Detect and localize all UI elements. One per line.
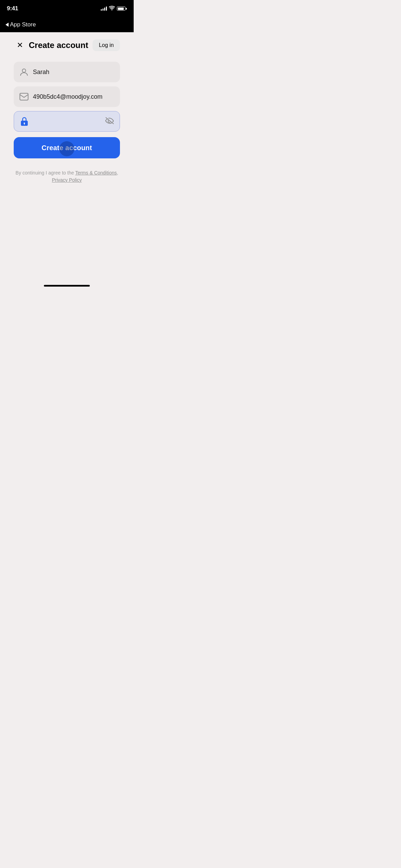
wifi-icon xyxy=(109,6,115,11)
login-button[interactable]: Log in xyxy=(93,39,120,51)
status-bar: 9:41 xyxy=(0,0,134,17)
legal-text: By continuing I agree to the Terms & Con… xyxy=(7,165,127,184)
nav-bar: App Store xyxy=(0,17,134,32)
create-account-header: ✕ Create account Log in xyxy=(7,32,127,51)
signal-icon xyxy=(101,7,107,11)
status-time: 9:41 xyxy=(7,5,18,12)
password-field[interactable] xyxy=(14,111,120,132)
privacy-link[interactable]: Privacy Policy xyxy=(52,177,82,183)
terms-link[interactable]: Terms & Conditions xyxy=(75,170,117,176)
home-indicator xyxy=(44,285,90,287)
battery-icon xyxy=(117,7,127,11)
close-button[interactable]: ✕ xyxy=(14,39,26,51)
form-area: Sarah 490b5dc4@moodjoy.com xyxy=(7,51,127,165)
create-account-button[interactable]: Create account xyxy=(14,137,120,158)
person-icon xyxy=(19,67,29,77)
button-ripple xyxy=(59,141,74,156)
email-field[interactable]: 490b5dc4@moodjoy.com xyxy=(14,86,120,107)
status-icons xyxy=(101,6,127,11)
back-chevron-icon xyxy=(5,23,9,27)
name-value: Sarah xyxy=(33,69,114,76)
email-value: 490b5dc4@moodjoy.com xyxy=(33,93,114,100)
back-label: App Store xyxy=(10,21,36,28)
legal-prefix: By continuing I agree to the xyxy=(15,170,75,176)
eye-off-icon[interactable] xyxy=(105,117,114,126)
main-content: ✕ Create account Log in Sarah xyxy=(0,32,134,184)
email-icon xyxy=(19,92,29,101)
close-icon: ✕ xyxy=(17,41,23,49)
back-button[interactable]: App Store xyxy=(5,21,36,28)
name-field[interactable]: Sarah xyxy=(14,62,120,82)
page-title: Create account xyxy=(29,40,93,50)
lock-icon xyxy=(20,117,29,126)
svg-point-0 xyxy=(22,69,26,72)
svg-rect-1 xyxy=(20,93,28,100)
legal-separator: , xyxy=(117,170,118,176)
